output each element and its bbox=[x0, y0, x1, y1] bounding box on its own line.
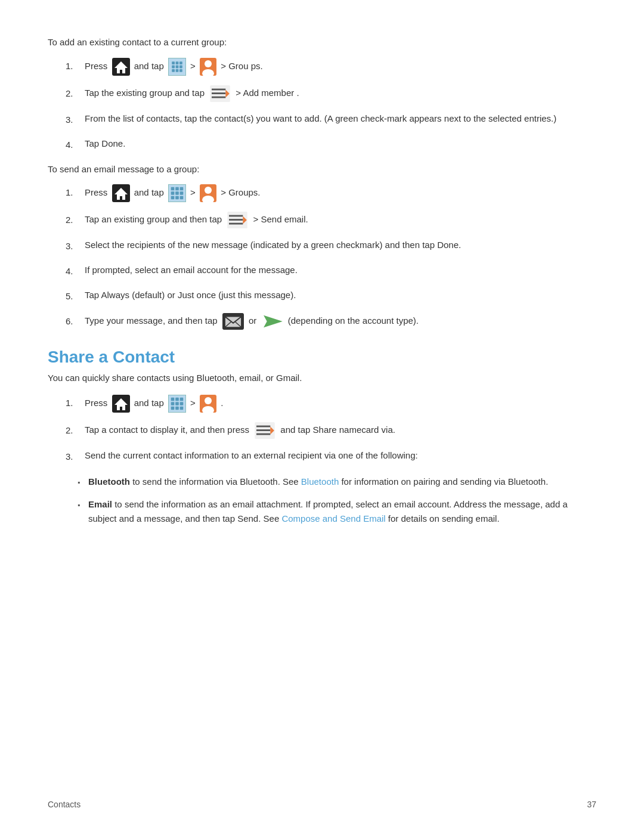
section1-list: 1. Press and tap > bbox=[66, 58, 596, 152]
list-item: 3. Select the recipients of the new mess… bbox=[66, 238, 596, 253]
text-share-namecard: and tap Share namecard via. bbox=[280, 424, 395, 434]
svg-rect-6 bbox=[172, 65, 175, 68]
bullet-content: Email to send the information as an emai… bbox=[88, 497, 596, 526]
list-num: 3. bbox=[66, 112, 85, 127]
section3-list: 1. Press and tap > bbox=[66, 395, 596, 464]
bullet-item-bluetooth: ▪ Bluetooth to send the information via … bbox=[78, 475, 596, 489]
send-envelope-icon bbox=[222, 313, 244, 330]
list-num: 4. bbox=[66, 263, 85, 278]
text-and-tap2: and tap bbox=[134, 187, 164, 197]
list-content: If prompted, select an email account for… bbox=[85, 263, 596, 277]
text-press: Press bbox=[85, 60, 107, 70]
svg-rect-49 bbox=[171, 402, 175, 405]
svg-rect-28 bbox=[171, 196, 175, 200]
svg-rect-47 bbox=[175, 397, 179, 401]
chevron3: > bbox=[190, 187, 198, 197]
grid-icon-2 bbox=[168, 184, 186, 202]
list-content: From the list of contacts, tap the conta… bbox=[85, 112, 596, 126]
person-icon-2 bbox=[200, 184, 216, 202]
text-bluetooth-label: Bluetooth bbox=[88, 476, 130, 487]
chevron5: > bbox=[190, 397, 198, 407]
text-bluetooth-main: to send the information via Bluetooth. S… bbox=[132, 476, 301, 487]
list-content: Send the current contact information to … bbox=[85, 448, 596, 463]
list-content: Tap the existing group and tap > Add mem… bbox=[85, 85, 596, 102]
person-icon-3 bbox=[200, 395, 216, 413]
text-add-member: > Add member . bbox=[236, 87, 299, 97]
text-bluetooth-after: for information on pairing and sending v… bbox=[341, 476, 548, 487]
list-content: Press and tap > bbox=[85, 184, 596, 202]
svg-rect-59 bbox=[256, 429, 270, 431]
svg-rect-17 bbox=[212, 96, 225, 98]
text-groups2: Groups. bbox=[228, 187, 260, 197]
menu-icon-2 bbox=[227, 212, 248, 228]
list-num: 5. bbox=[66, 288, 85, 304]
svg-rect-29 bbox=[175, 196, 179, 200]
svg-rect-34 bbox=[229, 215, 243, 217]
list-content: Press and tap > bbox=[85, 58, 596, 76]
text-email-after: for details on sending email. bbox=[388, 513, 500, 524]
list-content: Tap an existing group and then tap > Sen… bbox=[85, 212, 596, 228]
list-item: 3. From the list of contacts, tap the co… bbox=[66, 112, 596, 127]
svg-rect-16 bbox=[212, 92, 225, 94]
text-tap-group2: Tap an existing group and then tap bbox=[85, 214, 222, 224]
list-content: Tap a contact to display it, and then pr… bbox=[85, 422, 596, 439]
bullet-item-email: ▪ Email to send the information as an em… bbox=[78, 497, 596, 526]
list-num: 4. bbox=[66, 137, 85, 152]
svg-rect-26 bbox=[175, 191, 179, 195]
svg-rect-3 bbox=[172, 61, 175, 64]
text-and-tap3: and tap bbox=[134, 397, 164, 407]
text-dot: . bbox=[221, 397, 223, 407]
text-send-email: > Send email. bbox=[253, 214, 308, 224]
text-tap-group: Tap the existing group and tap bbox=[85, 87, 205, 97]
svg-rect-54 bbox=[180, 406, 184, 410]
list-content: Press and tap > bbox=[85, 395, 596, 413]
svg-rect-5 bbox=[179, 61, 182, 64]
person-icon bbox=[200, 58, 216, 76]
svg-rect-51 bbox=[180, 402, 184, 405]
bullet-content: Bluetooth to send the information via Bl… bbox=[88, 475, 596, 489]
grid-icon bbox=[168, 58, 186, 76]
list-num: 3. bbox=[66, 238, 85, 253]
page-footer: Contacts 37 bbox=[48, 800, 596, 809]
svg-rect-10 bbox=[176, 69, 179, 72]
svg-rect-15 bbox=[212, 88, 225, 90]
svg-rect-52 bbox=[171, 406, 175, 410]
list-item: 2. Tap an existing group and then tap > … bbox=[66, 212, 596, 228]
send-arrow-icon bbox=[262, 313, 283, 330]
list-item: 1. Press and tap > bbox=[66, 395, 596, 413]
list-item: 1. Press and tap > bbox=[66, 58, 596, 76]
text-tap-contact: Tap a contact to display it, and then pr… bbox=[85, 424, 249, 434]
svg-rect-22 bbox=[171, 187, 175, 191]
list-item: 4. Tap Done. bbox=[66, 137, 596, 152]
list-num: 2. bbox=[66, 85, 85, 101]
svg-rect-4 bbox=[176, 61, 179, 64]
chevron4: > bbox=[221, 187, 228, 197]
svg-rect-58 bbox=[256, 425, 270, 427]
list-num: 1. bbox=[66, 58, 85, 73]
list-content: Select the recipients of the new message… bbox=[85, 238, 596, 252]
menu-icon-3 bbox=[254, 422, 275, 439]
svg-rect-46 bbox=[171, 397, 175, 401]
bluetooth-link[interactable]: Bluetooth bbox=[301, 476, 339, 487]
svg-rect-36 bbox=[229, 223, 243, 225]
svg-rect-25 bbox=[171, 191, 175, 195]
text-email-label: Email bbox=[88, 499, 112, 509]
text-press3: Press bbox=[85, 397, 107, 407]
list-content: Tap Done. bbox=[85, 137, 596, 151]
svg-point-55 bbox=[205, 397, 212, 404]
chevron2: > bbox=[221, 60, 228, 70]
svg-rect-8 bbox=[179, 65, 182, 68]
home-icon-3 bbox=[112, 395, 130, 413]
svg-rect-30 bbox=[180, 196, 184, 200]
list-num: 2. bbox=[66, 212, 85, 227]
footer-right: 37 bbox=[587, 800, 596, 809]
list-num: 1. bbox=[66, 395, 85, 410]
list-item: 5. Tap Always (default) or Just once (ju… bbox=[66, 288, 596, 304]
text-press2: Press bbox=[85, 187, 107, 197]
list-item: 6. Type your message, and then tap or (d… bbox=[66, 313, 596, 330]
svg-rect-48 bbox=[180, 397, 184, 401]
svg-marker-42 bbox=[264, 315, 283, 328]
text-depending: (depending on the account type). bbox=[288, 315, 419, 326]
compose-email-link[interactable]: Compose and Send Email bbox=[281, 513, 385, 524]
svg-rect-9 bbox=[172, 69, 175, 72]
